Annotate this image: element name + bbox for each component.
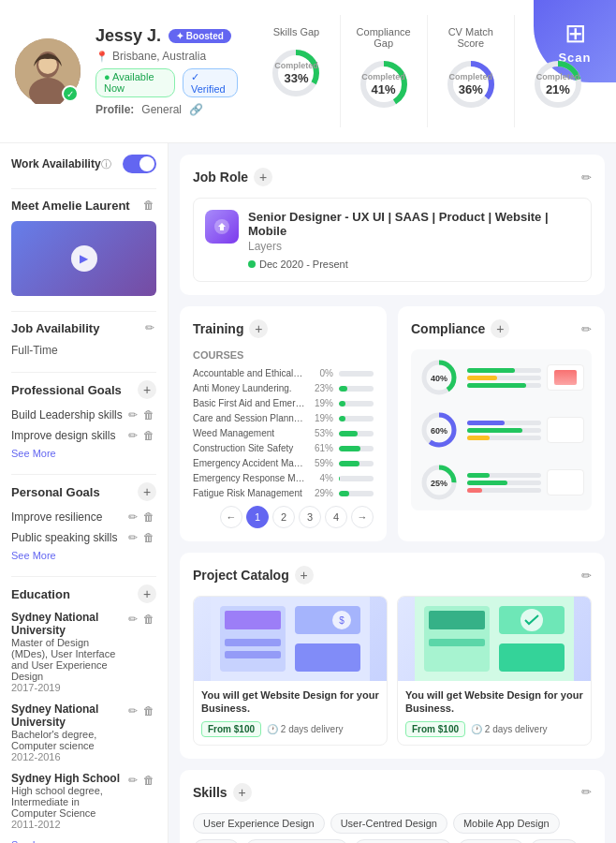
page-3-btn[interactable]: 3 bbox=[299, 506, 321, 528]
skills-gap-donut: Completed33% bbox=[268, 45, 324, 101]
profile-link-icon[interactable]: 🔗 bbox=[189, 103, 203, 116]
svg-rect-25 bbox=[295, 643, 360, 672]
job-availability-section: Job Availability ✏ Full-Time bbox=[11, 319, 156, 357]
skill-tag[interactable]: Mobile UI Design bbox=[354, 839, 453, 843]
play-button[interactable]: ▶ bbox=[71, 245, 97, 272]
list-item: Care and Session Planning. 19% bbox=[193, 413, 374, 423]
professional-goals-title: Professional Goals bbox=[11, 383, 122, 397]
project-delivery: 🕐 2 days delivery bbox=[267, 724, 343, 734]
skills-grid: User Experience Design User-Centred Desi… bbox=[193, 813, 592, 843]
svg-rect-28 bbox=[225, 651, 281, 658]
prev-page-btn[interactable]: ← bbox=[220, 506, 242, 528]
edit-personal-goal-btn[interactable]: ✏ bbox=[126, 509, 139, 525]
availability-toggle[interactable] bbox=[123, 155, 156, 173]
svg-text:40%: 40% bbox=[431, 374, 447, 383]
project-price: From $100 bbox=[201, 721, 261, 737]
header-info: Jessy J. ✦ Boosted 📍 Brisbane, Australia… bbox=[95, 26, 238, 116]
edit-edu-btn[interactable]: ✏ bbox=[126, 702, 139, 719]
location-icon: 📍 bbox=[95, 51, 109, 63]
compliance-gap-card: Compliance Gap Completed41% bbox=[340, 15, 427, 127]
skills-title: Skills bbox=[193, 785, 227, 800]
amelie-video[interactable]: ▶ bbox=[11, 221, 156, 296]
next-page-btn[interactable]: → bbox=[351, 506, 374, 528]
skill-tag[interactable]: Figma bbox=[530, 839, 579, 843]
progress-bar bbox=[339, 476, 374, 481]
edit-project-btn[interactable]: ✏ bbox=[581, 569, 592, 583]
profile-label: Profile: bbox=[95, 103, 134, 116]
skill-tag[interactable]: User-Centred Design bbox=[330, 813, 447, 834]
course-pct: 0% bbox=[311, 368, 333, 378]
user-name: Jessy J. bbox=[95, 26, 161, 46]
list-item: Emergency Accident Management. 59% bbox=[193, 458, 374, 468]
job-role-item: Senior Designer - UX UI | SAAS | Product… bbox=[193, 198, 592, 282]
delete-edu-btn[interactable]: 🗑 bbox=[141, 772, 156, 789]
job-role-title: Job Role bbox=[193, 170, 248, 185]
delete-personal-goal-btn[interactable]: 🗑 bbox=[141, 509, 156, 525]
delete-amelie-btn[interactable]: 🗑 bbox=[141, 197, 156, 214]
add-goal-btn[interactable]: + bbox=[138, 380, 156, 399]
edit-edu-btn[interactable]: ✏ bbox=[126, 611, 139, 628]
page-4-btn[interactable]: 4 bbox=[325, 506, 347, 528]
progress-bar bbox=[339, 371, 374, 377]
project-price: From $100 bbox=[405, 721, 465, 737]
project-card: $ You will get Website Design for your B… bbox=[193, 596, 388, 746]
project-title: You will get Website Design for your Bus… bbox=[201, 688, 379, 716]
delete-edu-btn[interactable]: 🗑 bbox=[141, 702, 156, 719]
course-name: Fatigue Risk Management bbox=[193, 488, 305, 498]
add-project-btn[interactable]: + bbox=[295, 566, 314, 584]
delete-goal-btn[interactable]: 🗑 bbox=[141, 427, 156, 444]
list-item: Anti Money Laundering. 23% bbox=[193, 383, 374, 393]
compliance-gap-donut: Completed41% bbox=[356, 56, 412, 112]
add-compliance-btn[interactable]: + bbox=[491, 319, 509, 338]
work-availability-label: Work Availability bbox=[11, 157, 101, 170]
edit-personal-goal-btn[interactable]: ✏ bbox=[126, 529, 139, 546]
course-name: Weed Management bbox=[193, 428, 305, 438]
see-more-goals[interactable]: See More bbox=[11, 448, 156, 459]
edu-years: 2012-2016 bbox=[11, 751, 126, 762]
progress-bar bbox=[339, 416, 374, 422]
skill-tag[interactable]: UI Ux bbox=[193, 839, 240, 843]
edu-degree: Bachelor's degree, Computer science bbox=[11, 729, 126, 751]
add-education-btn[interactable]: + bbox=[138, 584, 156, 603]
goal-text: Build Leadership skills bbox=[11, 408, 126, 422]
see-more-personal[interactable]: See More bbox=[11, 550, 156, 561]
course-name: Emergency Response Management bbox=[193, 473, 305, 483]
see-less[interactable]: See Less bbox=[11, 839, 156, 843]
page-1-btn[interactable]: 1 bbox=[246, 506, 269, 528]
available-dot: ● bbox=[104, 71, 110, 82]
skill-tag[interactable]: Mobile App Design bbox=[453, 813, 560, 834]
edit-job-role-btn[interactable]: ✏ bbox=[581, 170, 592, 185]
edit-job-avail-btn[interactable]: ✏ bbox=[143, 319, 156, 336]
add-job-role-btn[interactable]: + bbox=[254, 168, 272, 186]
progress-bar bbox=[339, 431, 374, 436]
course-pct: 23% bbox=[311, 383, 333, 393]
personal-goal-text: Improve resilience bbox=[11, 510, 126, 524]
progress-bar bbox=[339, 446, 374, 451]
page-2-btn[interactable]: 2 bbox=[272, 506, 295, 528]
add-skill-btn[interactable]: + bbox=[233, 783, 252, 802]
delete-personal-goal-btn[interactable]: 🗑 bbox=[141, 529, 156, 546]
skill-tag[interactable]: UI Design bbox=[458, 839, 523, 843]
skill-tag[interactable]: UI/UX Prototyping bbox=[245, 839, 348, 843]
skills-card: Skills + ✏ User Experience Design User-C… bbox=[180, 770, 605, 843]
skills-gap-label: Skills Gap bbox=[260, 26, 331, 37]
project-delivery: 🕐 2 days delivery bbox=[471, 724, 547, 734]
add-training-btn[interactable]: + bbox=[249, 319, 268, 338]
skill-tag[interactable]: User Experience Design bbox=[193, 813, 325, 834]
list-item: Weed Management 53% bbox=[193, 428, 374, 438]
edit-skills-btn[interactable]: ✏ bbox=[581, 785, 592, 799]
delete-edu-btn[interactable]: 🗑 bbox=[141, 611, 156, 628]
progress-bar bbox=[339, 461, 374, 466]
delete-goal-btn[interactable]: 🗑 bbox=[141, 407, 156, 423]
profile-type: General bbox=[141, 103, 182, 116]
course-name: Care and Session Planning. bbox=[193, 413, 305, 423]
svg-text:25%: 25% bbox=[431, 479, 447, 488]
edit-goal-btn[interactable]: ✏ bbox=[126, 427, 139, 444]
edit-goal-btn[interactable]: ✏ bbox=[126, 407, 139, 423]
edit-edu-btn[interactable]: ✏ bbox=[126, 772, 139, 789]
course-pct: 19% bbox=[311, 413, 333, 423]
add-personal-goal-btn[interactable]: + bbox=[138, 482, 156, 501]
svg-text:60%: 60% bbox=[431, 426, 447, 436]
project-card: You will get Website Design for your Bus… bbox=[397, 596, 592, 746]
edit-compliance-btn[interactable]: ✏ bbox=[581, 322, 592, 336]
